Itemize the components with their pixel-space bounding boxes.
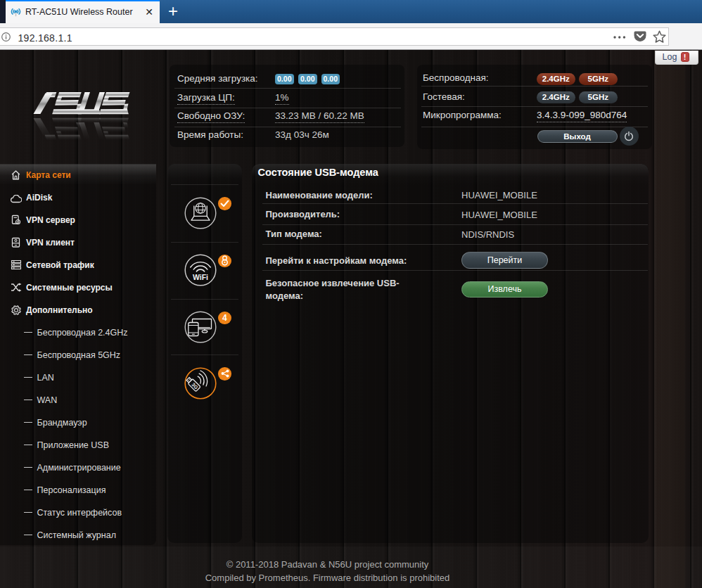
svg-text:WiFi: WiFi [192, 273, 208, 281]
